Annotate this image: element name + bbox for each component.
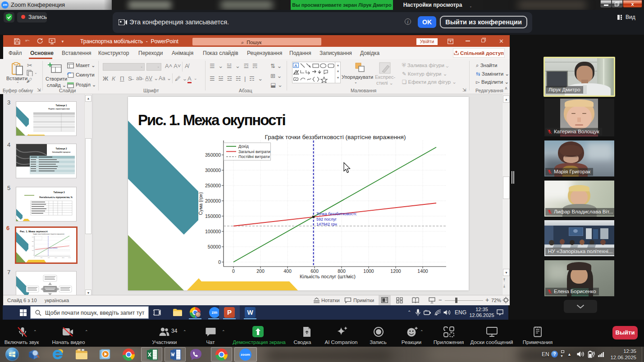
svg-text:0: 0 bbox=[34, 257, 35, 258]
svg-text:Кількість послуг (шт/міс): Кількість послуг (шт/міс) bbox=[300, 274, 356, 279]
svg-text:200: 200 bbox=[256, 268, 265, 274]
svg-text:Таблиця 3: Таблиця 3 bbox=[53, 191, 64, 194]
svg-text:592 послуг: 592 послуг bbox=[316, 217, 337, 222]
svg-text:600: 600 bbox=[48, 257, 50, 258]
svg-text:350000: 350000 bbox=[205, 152, 221, 158]
svg-text:Загальні витрати: Загальні витрати bbox=[238, 149, 270, 154]
svg-text:Графік точки беззбитковості (в: Графік точки беззбитковості (вартісне ви… bbox=[33, 233, 64, 235]
svg-text:Точка беззбитк.: Точка беззбитк. bbox=[49, 247, 58, 249]
svg-text:Порівн. характеристики: Порівн. характеристики bbox=[48, 108, 70, 110]
svg-text:Рентабельність підприємства, %: Рентабельність підприємства, % bbox=[39, 196, 73, 199]
svg-text:250000: 250000 bbox=[205, 183, 221, 188]
svg-text:Таблиця 2: Таблиця 2 bbox=[55, 147, 67, 150]
svg-text:Постійні витрати: Постійні витрати bbox=[238, 154, 270, 159]
svg-text:Графік точки беззбитковості (в: Графік точки беззбитковості (вартісне ви… bbox=[265, 134, 406, 140]
svg-text:600: 600 bbox=[311, 268, 319, 274]
svg-text:Таблиця 1: Таблиця 1 bbox=[55, 104, 67, 107]
svg-text:147942 грн: 147942 грн bbox=[316, 222, 337, 226]
svg-text:0: 0 bbox=[218, 259, 221, 265]
svg-text:0: 0 bbox=[232, 268, 235, 274]
svg-text:Інноваційні процеси: Інноваційні процеси bbox=[52, 151, 71, 153]
svg-text:Рис. 1. Межа окупності: Рис. 1. Межа окупності bbox=[20, 230, 48, 233]
svg-text:Дохід: Дохід bbox=[238, 144, 249, 149]
svg-text:800: 800 bbox=[338, 268, 346, 274]
svg-text:400: 400 bbox=[283, 268, 292, 274]
svg-text:300000: 300000 bbox=[205, 167, 221, 173]
svg-text:50000: 50000 bbox=[208, 244, 221, 249]
svg-text:200: 200 bbox=[32, 245, 34, 247]
svg-text:1000: 1000 bbox=[55, 257, 57, 258]
svg-text:1200: 1200 bbox=[390, 268, 401, 274]
svg-text:1200: 1200 bbox=[62, 257, 64, 258]
svg-text:200000: 200000 bbox=[205, 198, 221, 204]
svg-text:300: 300 bbox=[32, 236, 34, 238]
svg-text:Сума (грн): Сума (грн) bbox=[198, 192, 203, 215]
svg-text:150000: 150000 bbox=[205, 213, 221, 219]
svg-text:0: 0 bbox=[33, 254, 34, 256]
svg-text:A: A bbox=[294, 63, 297, 68]
svg-text:Рис. 1. Межа окупності: Рис. 1. Межа окупності bbox=[138, 112, 285, 128]
svg-text:1400: 1400 bbox=[417, 268, 428, 274]
svg-text:250: 250 bbox=[32, 241, 34, 242]
svg-text:200: 200 bbox=[41, 257, 43, 258]
svg-text:100000: 100000 bbox=[205, 229, 221, 234]
svg-text:100: 100 bbox=[32, 250, 34, 251]
svg-text:1400: 1400 bbox=[68, 257, 71, 258]
svg-text:1000: 1000 bbox=[363, 268, 374, 274]
svg-text:Точка беззбитковості:: Точка беззбитковості: bbox=[316, 212, 357, 216]
